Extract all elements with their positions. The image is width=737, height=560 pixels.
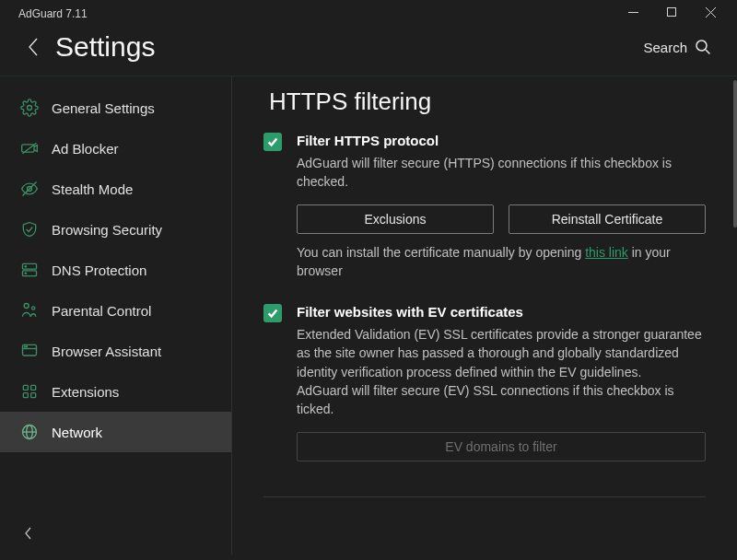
title-bar: AdGuard 7.11 bbox=[0, 0, 737, 28]
reinstall-certificate-button[interactable]: Reinstall Certificate bbox=[509, 204, 706, 234]
sidebar-item-label: General Settings bbox=[52, 100, 155, 116]
svg-rect-22 bbox=[31, 385, 36, 390]
sidebar-item-label: Extensions bbox=[52, 384, 119, 400]
svg-point-6 bbox=[28, 106, 32, 111]
page-title: Settings bbox=[55, 31, 643, 63]
option-desc: Extended Validation (EV) SSL certificate… bbox=[297, 325, 706, 418]
svg-point-15 bbox=[24, 304, 29, 309]
sidebar-item-label: Stealth Mode bbox=[52, 181, 133, 197]
gear-icon bbox=[20, 99, 39, 117]
browser-icon bbox=[20, 342, 39, 360]
sidebar-item-network[interactable]: Network bbox=[0, 412, 231, 452]
svg-line-5 bbox=[706, 50, 710, 54]
sidebar-item-dns-protection[interactable]: DNS Protection bbox=[0, 250, 231, 290]
sidebar-item-label: Browsing Security bbox=[52, 222, 162, 238]
divider bbox=[263, 496, 706, 497]
sidebar-item-general-settings[interactable]: General Settings bbox=[0, 88, 231, 128]
sidebar: General Settings Ad Blocker Stealth Mode… bbox=[0, 76, 232, 554]
sidebar-item-label: Browser Assistant bbox=[52, 344, 161, 359]
sidebar-item-label: Parental Control bbox=[52, 303, 151, 319]
sidebar-item-browsing-security[interactable]: Browsing Security bbox=[0, 209, 231, 250]
sidebar-item-label: Network bbox=[52, 425, 102, 440]
sidebar-item-label: Ad Blocker bbox=[52, 141, 119, 157]
svg-point-4 bbox=[696, 41, 707, 51]
page-header: Settings Search bbox=[0, 28, 737, 76]
parental-icon bbox=[20, 301, 39, 320]
close-button[interactable] bbox=[691, 7, 730, 20]
checkbox-filter-ev[interactable] bbox=[263, 304, 282, 322]
svg-rect-24 bbox=[31, 393, 36, 398]
app-title: AdGuard 7.11 bbox=[18, 7, 88, 20]
option-filter-ev: Filter websites with EV certificates Ext… bbox=[263, 304, 706, 470]
svg-rect-1 bbox=[667, 8, 675, 17]
manual-install-hint: You can install the certificate manually… bbox=[297, 243, 706, 281]
minimize-button[interactable] bbox=[614, 7, 652, 20]
scrollbar-thumb[interactable] bbox=[733, 80, 737, 228]
exclusions-button[interactable]: Exclusions bbox=[297, 204, 494, 234]
collapse-sidebar-button[interactable] bbox=[20, 525, 37, 542]
search-label: Search bbox=[643, 40, 687, 55]
option-desc: AdGuard will filter secure (HTTPS) conne… bbox=[297, 154, 706, 192]
svg-point-13 bbox=[25, 266, 26, 267]
globe-icon bbox=[20, 423, 39, 441]
svg-point-16 bbox=[32, 307, 35, 309]
svg-point-19 bbox=[25, 346, 26, 347]
option-filter-https: Filter HTTPS protocol AdGuard will filte… bbox=[263, 133, 706, 280]
extensions-icon bbox=[20, 382, 39, 401]
sidebar-item-ad-blocker[interactable]: Ad Blocker bbox=[0, 128, 231, 169]
manual-install-link[interactable]: this link bbox=[585, 245, 628, 260]
search-icon bbox=[695, 39, 711, 55]
ev-domains-button[interactable]: EV domains to filter bbox=[297, 432, 706, 461]
sidebar-item-label: DNS Protection bbox=[52, 262, 146, 278]
sidebar-item-extensions[interactable]: Extensions bbox=[0, 371, 231, 412]
svg-point-14 bbox=[25, 273, 26, 274]
option-title: Filter websites with EV certificates bbox=[297, 304, 706, 320]
server-icon bbox=[20, 261, 39, 279]
sidebar-item-browser-assistant[interactable]: Browser Assistant bbox=[0, 331, 231, 371]
back-button[interactable] bbox=[22, 36, 44, 58]
sidebar-item-parental-control[interactable]: Parental Control bbox=[0, 290, 231, 331]
stealth-icon bbox=[20, 180, 39, 198]
ad-blocker-icon bbox=[20, 139, 39, 158]
maximize-button[interactable] bbox=[652, 7, 691, 20]
content-pane: HTTPS filtering Filter HTTPS protocol Ad… bbox=[232, 76, 737, 554]
search-button[interactable]: Search bbox=[643, 39, 711, 55]
shield-icon bbox=[20, 220, 39, 239]
svg-rect-21 bbox=[23, 385, 28, 390]
svg-rect-23 bbox=[23, 393, 28, 398]
section-title: HTTPS filtering bbox=[269, 88, 706, 116]
sidebar-item-stealth-mode[interactable]: Stealth Mode bbox=[0, 169, 231, 209]
checkbox-filter-https[interactable] bbox=[263, 133, 282, 151]
option-title: Filter HTTPS protocol bbox=[297, 133, 706, 148]
svg-point-20 bbox=[27, 346, 28, 347]
